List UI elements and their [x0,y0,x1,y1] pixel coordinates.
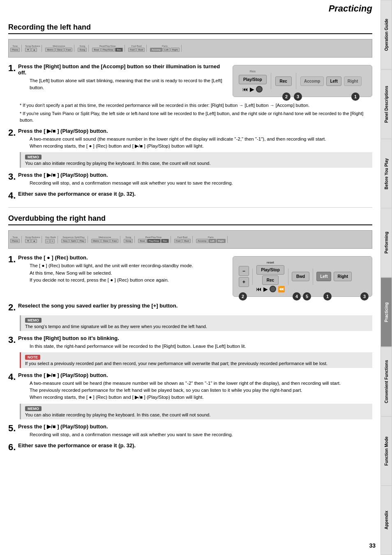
step2-1-title: Press the [ ● ] (Rec) button. [18,254,88,261]
section1-step4: 4. Either save the performance or erase … [8,191,372,201]
s2-callout-5: 5 [303,292,311,301]
memo1-text: You can also initiate recording by playi… [25,161,368,166]
section-recording-left-hand: Recording the left hand Tone Piano Song … [8,23,372,201]
step1-3-body: Recording will stop, and a confirmation … [30,180,372,187]
section-overdubbing-right-hand: Overdubbing the right hand Tone Piano So… [8,214,372,452]
memo3-text: You can also initiate recording by playi… [25,412,368,417]
sidebar-tab-function-mode[interactable]: Function Mode [380,416,392,486]
section2-step6: 6. Either save the performance or erase … [8,442,372,452]
step2-1-number: 1. [8,254,18,264]
illus-rec-btn: Rec [275,76,292,86]
memo2-label: MEMO [25,318,42,323]
step2-6-number: 6. [8,442,18,452]
sidebar-tab-before-you-play[interactable]: Before You Play [380,139,392,208]
section2-heading: Overdubbing the right hand [8,214,372,225]
callout-1: 1 [351,92,360,101]
section2-step4: 4. Press the [ ▶/■ ] (Play/Stop) button.… [8,372,372,419]
sidebar-tab-operation-guide[interactable]: Operation Guide [380,0,392,69]
step2-3-title: Press the [Right] button so it's blinkin… [18,335,119,341]
step2-5-number: 5. [8,423,18,433]
sidebar-tab-panel-descriptions[interactable]: Panel Descriptions [380,69,392,139]
step2-4-body: A two-measure count will be heard (the m… [30,380,372,401]
illus-playstop-btn: Play/Stop [239,75,267,84]
section2-step3: 3. Press the [Right] button so it's blin… [8,335,372,368]
step2-3-body: In this state, the right-hand performanc… [30,343,372,350]
s2-callout-4: 4 [293,292,301,301]
step2-1-body: The [ ● ] (Rec) button will light, and t… [30,262,228,284]
sidebar-tab-practicing[interactable]: Practicing [380,278,392,347]
callout-2: 2 [282,92,291,101]
illus2-right: Right [334,272,352,281]
page-title-area: Practicing [0,0,380,16]
memo3-label: MEMO [25,406,42,411]
section1-step1: 1. Press the [Right] button and the [Acc… [8,63,372,97]
note1-label: NOTE [25,355,40,360]
illus2-left: Left [316,272,331,281]
step1-4-number: 4. [8,191,18,201]
memo1-label: MEMO [25,155,42,160]
illus-left-btn: Left [326,76,341,86]
step2-5-title: Press the [ ▶/■ ] (Play/Stop) button. [18,423,108,430]
illus2-rec: Rec [262,275,279,285]
sidebar: Operation Guide Panel Descriptions Befor… [380,0,392,555]
step1-4-title: Either save the performance or erase it … [18,191,136,197]
sidebar-tab-performing[interactable]: Performing [380,208,392,278]
panel-strip-2: Tone Piano Song Buttons ▼▲ Key Bank ♭♯ [8,230,372,249]
section2-memo2: MEMO The song's tempo and time signature… [20,315,372,331]
section1-bullet2: If you're using Twin Piano or Split Play… [20,110,372,124]
main-content: Recording the left hand Tone Piano Song … [0,16,380,465]
step2-4-title: Press the [ ▶/■ ] (Play/Stop) button. [18,372,108,378]
step1-1-body: The [Left] button alone will start blink… [30,77,228,92]
section1-memo1: MEMO You can also initiate recording by … [20,152,372,168]
s2-callout-2: 2 [239,292,247,301]
illus-rec-circle [256,86,263,92]
step2-6-title: Either save the performance or erase it … [18,442,136,449]
section2-note1: NOTE If you select a previously recorded… [20,352,372,368]
sidebar-tab-appendix[interactable]: Appendix [380,486,392,555]
step2-4-number: 4. [8,372,18,382]
section1-heading: Recording the left hand [8,23,372,34]
section2-step1: 1. Press the [ ● ] (Rec) button. The [ ●… [8,254,372,297]
page-number: 33 [369,542,376,549]
step2-2-title: Reselect the song you saved earlier by p… [18,303,178,309]
step2-2-number: 2. [8,303,18,312]
step1-2-body: A two-measure count will sound (the meas… [30,136,372,150]
panel-strip-1: Tone Piano Song Buttons ▼▲ Metronome Met… [8,39,372,58]
illus2-plus: + [239,277,249,287]
callout-3: 3 [294,92,302,101]
illus-accomp-btn: Accomp [300,76,324,86]
note1-text: If you select a previously recorded part… [25,361,368,366]
step1-1-number: 1. [8,63,18,73]
step1-1-illustration: Res Play/Stop ⏮ ▶ Rec [233,63,372,97]
illus2-minus: – [239,266,249,276]
section2-step2: 2. Reselect the song you saved earlier b… [8,303,372,331]
page-title: Practicing [329,3,372,14]
step1-2-number: 2. [8,128,18,138]
s2-callout-3: 3 [360,292,369,301]
illus2-playstop: Play/Stop [256,265,284,275]
step2-3-number: 3. [8,335,18,345]
step1-3-number: 3. [8,172,18,182]
step1-3-title: Press the [ ▶/■ ] (Play/Stop) button. [18,172,108,178]
illus2-bwd: Bwd [292,272,309,281]
section1-bullet1: If you don't specify a part at this time… [20,102,372,109]
section1-step2: 2. Press the [ ▶/■ ] (Play/Stop) button.… [8,128,372,168]
section2-step5: 5. Press the [ ▶/■ ] (Play/Stop) button.… [8,423,372,438]
sidebar-tab-convenient-functions[interactable]: Convenient Functions [380,347,392,416]
section2-memo3: MEMO You can also initiate recording by … [20,404,372,419]
section1-step3: 3. Press the [ ▶/■ ] (Play/Stop) button.… [8,172,372,187]
memo2-text: The song's tempo and time signature will… [25,324,368,329]
step2-5-body: Recording will stop, and a confirmation … [30,431,372,438]
step2-1-illustration: – + reset Play/Stop Rec ⏮ ▶ ⏪ [233,254,372,297]
illus-right-btn: Right [344,76,362,86]
s2-callout-1: 1 [323,292,332,301]
step1-1-title: Press the [Right] button and the [Accomp… [18,63,220,76]
step1-2-title: Press the [ ▶/■ ] (Play/Stop) button. [18,128,108,134]
